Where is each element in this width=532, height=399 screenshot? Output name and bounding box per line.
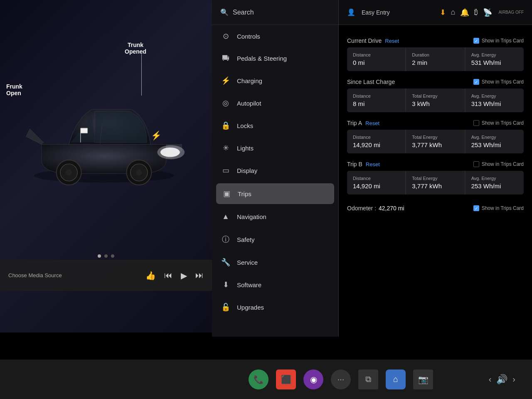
trip-a-avg-cell: Avg. Energy 253 Wh/mi [466, 130, 524, 153]
autopilot-icon: ◎ [221, 99, 230, 108]
trip-a-reset[interactable]: Reset [365, 120, 379, 126]
menu-item-charging[interactable]: ⚡ Charging [212, 69, 338, 92]
trip-a-energy-cell: Total Energy 3,777 kWh [406, 130, 464, 153]
current-drive-distance-value: 0 mi [353, 59, 399, 66]
lights-label: Lights [237, 145, 254, 152]
trip-b-energy-cell: Total Energy 3,777 kWh [406, 171, 464, 195]
odometer-section: Odometer : 42,270 mi ✓ Show in Trips Car… [347, 205, 524, 212]
trip-b-reset[interactable]: Reset [366, 161, 380, 167]
since-charge-stats: Distance 8 mi Total Energy 3 kWh Avg. En… [347, 89, 524, 112]
menu-item-service[interactable]: 🔧 Service [212, 251, 338, 273]
dvr-button[interactable]: 📷 [413, 369, 433, 389]
camera-button[interactable]: ◉ [303, 369, 323, 389]
trip-b-header: Trip B Reset Show in Trips Card [347, 161, 524, 167]
stop-button[interactable]: ⬛ [276, 369, 296, 389]
since-charge-energy-cell: Total Energy 3 kWh [406, 89, 464, 112]
home-button[interactable]: ⌂ [386, 369, 406, 389]
trip-b-energy-label: Total Energy [412, 176, 458, 181]
current-drive-duration-label: Duration [412, 52, 458, 57]
trip-b-avg-cell: Avg. Energy 253 Wh/mi [466, 171, 524, 195]
since-charge-distance-label: Distance [353, 94, 399, 99]
safety-label: Safety [237, 236, 255, 243]
odometer-checkbox[interactable]: ✓ Show in Trips Card [473, 205, 524, 211]
menu-item-safety[interactable]: ⓘ Safety [212, 228, 338, 251]
current-drive-energy-label: Avg. Energy [471, 52, 518, 57]
trunk-status-label: Trunk Opened [125, 42, 146, 55]
upgrades-label: Upgrades [237, 304, 264, 311]
since-charge-distance-value: 8 mi [353, 100, 399, 107]
like-button[interactable]: 👍 [145, 271, 156, 281]
trip-a-checkbox[interactable]: Show in Trips Card [473, 120, 524, 126]
menu-item-controls[interactable]: ⊙ Controls [212, 25, 338, 47]
since-charge-energy-value: 3 kWh [412, 100, 458, 107]
top-header: 👤 Easy Entry ⬇ ⌂ 🔔 ₿ 📡 AIRBAG OFF [339, 0, 532, 25]
trips-icon: ▣ [222, 189, 231, 198]
navigation-label: Navigation [237, 213, 266, 220]
menu-item-display[interactable]: ▭ Display [212, 159, 338, 182]
page-dots-indicator [98, 254, 114, 258]
prev-button[interactable]: ⏮ [164, 271, 172, 280]
trip-a-distance-label: Distance [353, 135, 399, 140]
menu-dots-button[interactable]: ··· [331, 369, 351, 389]
user-icon: 👤 [347, 8, 355, 16]
trip-b-distance-cell: Distance 14,920 mi [347, 171, 405, 195]
pedals-label: Pedals & Steering [237, 55, 287, 62]
since-charge-avg-cell: Avg. Energy 313 Wh/mi [466, 89, 524, 112]
menu-item-autopilot[interactable]: ◎ Autopilot [212, 92, 338, 114]
trip-a-header: Trip A Reset Show in Trips Card [347, 120, 524, 126]
vol-right-arrow[interactable]: › [512, 374, 515, 384]
software-icon: ⬇ [221, 280, 230, 289]
dot-3 [111, 254, 114, 258]
menu-item-lights[interactable]: ✳ Lights [212, 137, 338, 159]
cards-button[interactable]: ⧉ [358, 369, 378, 389]
charging-label: Charging [237, 77, 262, 84]
vol-left-arrow[interactable]: ‹ [489, 374, 492, 384]
menu-item-software[interactable]: ⬇ Software [212, 273, 338, 296]
menu-item-trips[interactable]: ▣ Trips [216, 183, 334, 204]
car-illustration: ⚡ [12, 66, 195, 191]
trip-a-distance-value: 14,920 mi [353, 141, 399, 148]
car-display-panel: Frunk Open Trunk Opened [0, 0, 212, 332]
taskbar-center: 📞 ⬛ ◉ ··· ⧉ ⌂ 📷 [220, 369, 461, 389]
search-bar[interactable]: 🔍 Search [212, 0, 338, 25]
menu-item-pedals[interactable]: ⛟ Pedals & Steering [212, 47, 338, 69]
current-drive-energy-value: 531 Wh/mi [471, 59, 518, 66]
trip-b-avg-value: 253 Wh/mi [471, 182, 518, 190]
bell-icon: 🔔 [460, 8, 469, 17]
menu-item-locks[interactable]: 🔒 Locks [212, 114, 338, 137]
media-controls: 👍 ⏮ ▶ ⏭ [145, 271, 204, 281]
current-drive-duration-value: 2 min [412, 59, 458, 66]
trip-a-energy-label: Total Energy [412, 135, 458, 140]
trips-panel: Current Drive Reset ✓ Show in Trips Card… [339, 25, 532, 337]
trip-b-energy-value: 3,777 kWh [412, 182, 458, 190]
since-charge-energy-label: Total Energy [412, 94, 458, 99]
controls-label: Controls [237, 33, 260, 40]
svg-rect-11 [81, 128, 88, 133]
locks-label: Locks [237, 122, 253, 129]
trip-b-checkbox[interactable]: Show in Trips Card [473, 161, 524, 167]
charging-icon: ⚡ [221, 76, 230, 85]
odometer-label: Odometer : [347, 205, 376, 212]
current-drive-header: Current Drive Reset ✓ Show in Trips Card [347, 37, 524, 44]
since-charge-checkbox[interactable]: ✓ Show in Trips Card [473, 79, 524, 85]
current-drive-reset[interactable]: Reset [385, 38, 399, 44]
since-charge-header: Since Last Charge ✓ Show in Trips Card [347, 79, 524, 85]
header-status-icons: ⬇ ⌂ 🔔 ₿ 📡 [440, 8, 493, 17]
menu-item-upgrades[interactable]: 🔓 Upgrades [212, 296, 338, 318]
trip-b-distance-value: 14,920 mi [353, 182, 399, 190]
trip-a-avg-label: Avg. Energy [471, 135, 518, 140]
current-drive-checkbox[interactable]: ✓ Show in Trips Card [473, 38, 524, 44]
svg-point-6 [136, 170, 142, 176]
next-button[interactable]: ⏭ [195, 271, 204, 280]
service-label: Service [237, 259, 258, 266]
trips-label: Trips [238, 190, 251, 197]
odometer-show-label: Show in Trips Card [482, 205, 524, 211]
phone-button[interactable]: 📞 [249, 369, 268, 389]
play-button[interactable]: ▶ [181, 271, 187, 281]
airbag-status-label: AIRBAG OFF [498, 10, 524, 15]
svg-point-3 [66, 170, 72, 176]
controls-icon: ⊙ [221, 32, 230, 41]
menu-item-navigation[interactable]: ▲ Navigation [212, 206, 338, 228]
trip-b-avg-label: Avg. Energy [471, 176, 518, 181]
car-view: Frunk Open Trunk Opened [0, 0, 212, 332]
